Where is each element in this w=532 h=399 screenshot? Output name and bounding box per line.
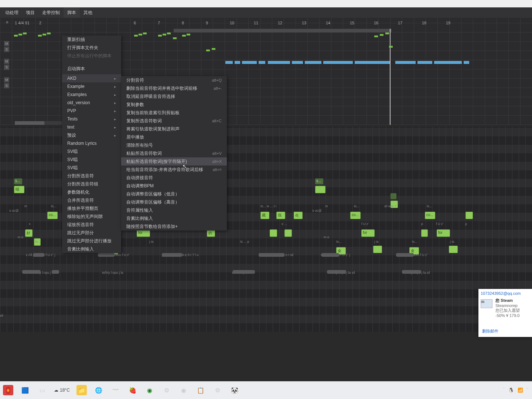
notepad-icon[interactable]: 📋: [195, 385, 206, 395]
menu-open-script-folder[interactable]: 打开脚本文件夹: [62, 44, 121, 52]
submenu-old-version[interactable]: old_version▸: [62, 99, 121, 107]
menu-split-note-groups[interactable]: 分割所选音符组: [62, 180, 121, 188]
note[interactable]: [373, 246, 382, 253]
note[interactable]: [270, 229, 277, 237]
note[interactable]: 唱: [14, 186, 24, 193]
submenu-example[interactable]: Example▸: [62, 82, 121, 91]
note[interactable]: s...: [315, 178, 323, 184]
mute-button[interactable]: M: [4, 59, 9, 64]
note[interactable]: for: [437, 229, 450, 237]
submenu-akd[interactable]: AKD▸: [62, 74, 121, 82]
sub-deselect-breath[interactable]: 取消延音呼吸音音符选择: [121, 92, 227, 100]
hamburger-icon[interactable]: ≡: [6, 20, 8, 24]
sub-copy-track-index[interactable]: 复制当前轨道索引到剪贴板: [121, 109, 227, 117]
task-view-icon[interactable]: ▭: [37, 385, 47, 395]
note[interactable]: 藏: [260, 212, 269, 219]
tray-qq-icon[interactable]: 🐧: [508, 388, 514, 393]
mute-button[interactable]: M: [4, 41, 9, 46]
sub-copy-to-harmony[interactable]: 将索引轨道歌词复制进和声: [121, 125, 227, 133]
steam-icon[interactable]: ⚙: [161, 385, 172, 395]
email-notification[interactable]: 1073243952@qq.com ✉ 您 Steam Steamnorep 您…: [478, 289, 532, 337]
menu-scale-notes[interactable]: 缩放所选音符: [62, 221, 121, 229]
menu-skip-silence[interactable]: 跳过无声部分: [62, 229, 121, 237]
explorer-icon[interactable]: 📁: [76, 385, 87, 395]
sub-paste-lyrics[interactable]: 粘贴所选音符歌词alt+V: [121, 149, 227, 157]
sub-auto-splice[interactable]: 自动拼接音符: [121, 174, 227, 182]
app-icon[interactable]: 〰: [110, 385, 121, 395]
delete-mail-button[interactable]: 删除邮件: [482, 328, 498, 334]
note[interactable]: 好: [25, 229, 33, 237]
system-tray[interactable]: ˇ 🐧 📶 ˇ: [503, 388, 528, 393]
taskbar-app-1[interactable]: 🏮: [3, 385, 13, 395]
menu-sv-sing-2[interactable]: SV唱: [62, 156, 121, 164]
note[interactable]: co...: [425, 212, 435, 219]
note[interactable]: for: [361, 229, 375, 237]
sub-center-play[interactable]: 居中播放: [121, 133, 227, 141]
solo-button[interactable]: S: [4, 83, 9, 88]
note[interactable]: 在: [294, 212, 303, 219]
sub-split-note[interactable]: 分割音符alt+Q: [121, 76, 227, 84]
sub-auto-offset-high[interactable]: 自动调整音区偏移（高音）: [121, 198, 227, 206]
menu-randomize-params[interactable]: 参数随机化: [62, 188, 121, 196]
xbox-icon[interactable]: ◉: [144, 385, 155, 395]
tray-chevron-icon[interactable]: ˇ: [503, 388, 505, 393]
sub-phoneme-ratio[interactable]: 音素比例输入: [121, 214, 227, 222]
menu-remove-short-gaps[interactable]: 移除短的无声间隙: [62, 212, 121, 221]
note[interactable]: s...: [14, 178, 22, 184]
submenu-preset[interactable]: 预设▸: [62, 131, 121, 139]
sub-paste-lyrics-split[interactable]: 粘贴所选音符歌词(按字符隔开)alt+X: [121, 157, 227, 166]
blue-audio-track[interactable]: [225, 60, 532, 65]
note[interactable]: [421, 229, 428, 237]
sub-copy-params[interactable]: 复制参数: [121, 100, 227, 109]
menu-merge-notes[interactable]: 合并所选音符: [62, 196, 121, 204]
sub-clear-timesig[interactable]: 清除所有拍号: [121, 141, 227, 149]
sub-copy-lyrics[interactable]: 复制所选音符歌词alt+C: [121, 117, 227, 125]
obs-icon[interactable]: ◉: [178, 385, 189, 395]
edge-icon[interactable]: 🌐: [93, 385, 104, 395]
ruler-top[interactable]: ≡ 1 4/4 91 2 6 7 8 9 10 11 12 13 14 15 1…: [0, 18, 532, 29]
menu-split-notes[interactable]: 分割所选音符: [62, 172, 121, 180]
menu-random-lyrics[interactable]: Random Lyrics: [62, 139, 121, 147]
scrollbar-thumb[interactable]: [15, 121, 44, 125]
note[interactable]: 我: [276, 212, 285, 219]
solo-button[interactable]: S: [4, 65, 9, 70]
sub-note-attr-input[interactable]: 音符属性输入: [121, 206, 227, 214]
mute-button[interactable]: M: [4, 77, 9, 82]
copilot-icon[interactable]: 🟦: [20, 385, 30, 395]
settings-icon[interactable]: ⚙: [212, 385, 223, 395]
submenu-text[interactable]: text▸: [62, 123, 121, 131]
tray-chevron-icon[interactable]: ˇ: [527, 388, 528, 393]
fl-studio-icon[interactable]: 🍓: [127, 385, 138, 395]
sub-auto-offset-low[interactable]: 自动调整音区偏移（低音）: [121, 190, 227, 198]
menu-sv-sing-3[interactable]: SV唱: [62, 164, 121, 172]
menu-play-smooth-scroll[interactable]: 播放并平滑翻页: [62, 204, 121, 212]
tray-wifi-icon[interactable]: 📶: [518, 388, 523, 393]
submenu-tests[interactable]: Tests▸: [62, 115, 121, 123]
note[interactable]: co...: [350, 212, 361, 219]
menu-phoneme-input[interactable]: 音素比例输入: [62, 245, 121, 253]
note[interactable]: for: [137, 229, 150, 237]
submenu-examples[interactable]: Examples▸: [62, 91, 121, 99]
menu-transport[interactable]: 走带控制: [38, 7, 64, 18]
menu-script[interactable]: 脚本: [64, 7, 80, 18]
menu-rescan[interactable]: 重新扫描: [62, 35, 121, 44]
note[interactable]: [391, 193, 396, 199]
solo-button[interactable]: S: [4, 47, 9, 52]
note[interactable]: [466, 212, 473, 219]
note[interactable]: 的: [207, 229, 215, 237]
menu-skip-silence-play[interactable]: 跳过无声部分进行播放: [62, 237, 121, 245]
sub-add-dash-shift[interactable]: 给当前音符添加-并将选中音符歌词后移alt+=: [121, 166, 227, 174]
note[interactable]: co...: [47, 212, 58, 219]
sub-auto-bpm[interactable]: 自动调整BPM: [121, 182, 227, 190]
sub-add-plus-syllable[interactable]: 随按照音节数给音符添加+: [121, 222, 227, 231]
menu-other[interactable]: 其他: [80, 7, 96, 18]
note[interactable]: [449, 246, 458, 253]
note[interactable]: [315, 186, 325, 193]
sub-delete-shift-forward[interactable]: 删除当前音符歌词并将选中歌词前移alt+-: [121, 84, 227, 92]
menu-project[interactable]: 项目: [22, 7, 38, 18]
user-app-icon[interactable]: 🐼: [229, 385, 240, 395]
menu-auto-process[interactable]: 动处理: [1, 7, 22, 18]
weather-widget[interactable]: ☁ 18°C: [54, 388, 70, 393]
submenu-pvp[interactable]: PVP▸: [62, 107, 121, 115]
note[interactable]: [284, 229, 292, 237]
